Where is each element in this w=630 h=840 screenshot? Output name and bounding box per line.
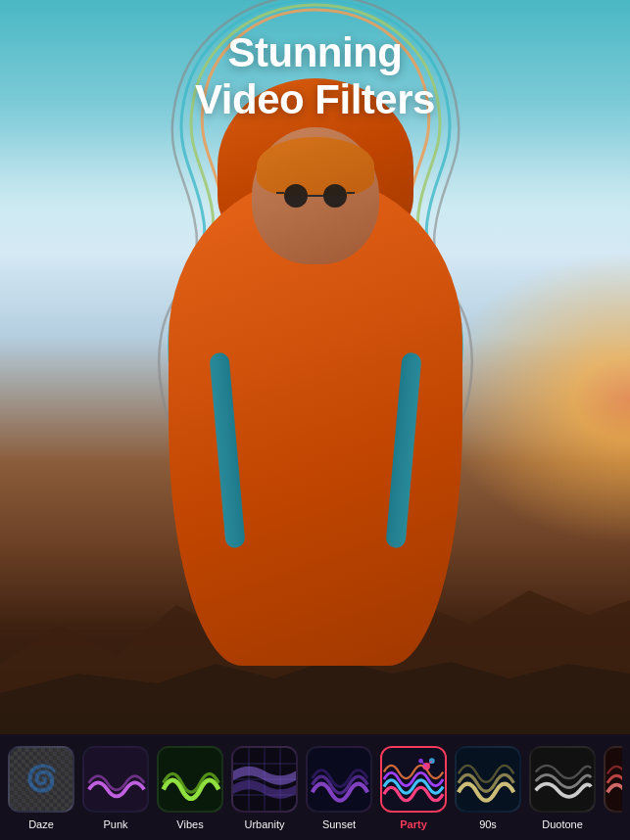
filter-thumb-party [380,746,447,813]
filter-item-vibes[interactable]: Vibes [157,746,223,830]
filter-label-vibes: Vibes [176,818,203,830]
filter-label-urbanity: Urbanity [245,818,285,830]
filter-thumb-irid [604,746,622,813]
svg-rect-5 [10,748,73,811]
filter-item-irid[interactable]: Irid [604,746,622,830]
filter-label-sunset: Sunset [322,818,356,830]
backpack-strap-right [385,352,421,549]
filter-thumb-daze: 🌀 [8,746,74,813]
svg-point-0 [284,184,308,208]
filter-thumb-duotone [529,746,596,813]
filter-thumb-vibes [157,746,223,813]
filter-label-daze: Daze [28,818,54,830]
filter-item-duotone[interactable]: Duotone [529,746,596,830]
person-glasses [276,181,355,214]
filter-thumb-sunset [306,746,372,813]
svg-text:🌀: 🌀 [25,763,58,794]
filter-label-party: Party [400,818,427,830]
filter-item-sunset[interactable]: Sunset [306,746,372,830]
title-line2: Video Filters [195,76,435,122]
main-area: Stunning Video Filters [0,0,630,840]
filter-item-urbanity[interactable]: Urbanity [231,746,298,830]
svg-point-1 [323,184,347,208]
title-line1: Stunning [228,29,403,75]
svg-rect-6 [10,748,73,811]
filter-item-90s[interactable]: 90s [455,746,521,830]
filter-item-daze[interactable]: 🌀 Daze [8,746,74,830]
page-title: Stunning Video Filters [0,29,630,124]
filter-label-duotone: Duotone [542,818,583,830]
filter-list: 🌀 Daze Punk [8,746,622,830]
person-figure [129,98,502,666]
filter-label-punk: Punk [103,818,127,830]
filter-label-90s: 90s [479,818,497,830]
svg-rect-28 [531,748,594,811]
filter-bar: 🌀 Daze Punk [0,734,630,840]
svg-rect-29 [606,748,622,811]
filter-thumb-urbanity [231,746,298,813]
filter-item-punk[interactable]: Punk [82,746,149,830]
filter-thumb-90s [455,746,521,813]
filter-item-party[interactable]: Party [380,746,447,830]
title-area: Stunning Video Filters [0,29,630,124]
backpack-strap-left [209,352,245,549]
filter-thumb-punk [82,746,149,813]
